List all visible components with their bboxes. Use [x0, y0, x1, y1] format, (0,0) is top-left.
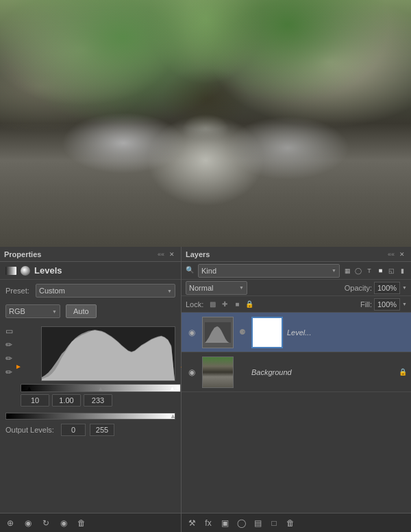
add-adjustment-icon[interactable]: ◯ — [235, 517, 247, 529]
layers-panel: Layers «« ✕ 🔍 Kind ▼ ▦ ◯ T ◽ ◱ ▮ — [182, 247, 411, 532]
add-layer-icon[interactable]: ⊕ — [4, 517, 16, 529]
channel-select[interactable]: RGB ▼ — [5, 304, 60, 318]
link-icon-levels[interactable]: ⚈ — [238, 328, 247, 337]
black-point-eyedropper-icon[interactable]: ✏ — [5, 340, 15, 350]
lock-icons-group: ▩ ✚ ■ 🔒 — [208, 300, 254, 309]
background-thumb — [202, 356, 234, 388]
output-black-input[interactable] — [61, 424, 86, 436]
layer-item-levels[interactable]: ◉ ⚈ Level... — [182, 313, 411, 352]
lock-pixels-icon[interactable]: ▩ — [208, 300, 217, 309]
output-white-handle[interactable]: ▲ — [170, 412, 177, 420]
lock-position-icon[interactable]: ✚ — [220, 300, 229, 309]
lock-label: Lock: — [186, 300, 203, 309]
filter-type-icons: ▦ ◯ T ◽ ◱ ▮ — [342, 266, 407, 276]
lock-artboard-icon[interactable]: ■ — [232, 300, 242, 309]
levels-thumb-svg — [205, 322, 231, 343]
close-layers-icon[interactable]: ✕ — [397, 250, 407, 259]
type-filter-icon[interactable]: T — [364, 266, 374, 276]
levels-thumb — [202, 317, 234, 348]
midtone-slider-handle[interactable]: ▲ — [97, 385, 104, 392]
opacity-control: Opacity: 100% ▼ — [345, 282, 407, 294]
opacity-chevron: ▼ — [402, 285, 407, 290]
output-levels-label: Output Levels: — [5, 426, 57, 434]
visibility-toggle-icon[interactable]: ◉ — [22, 517, 34, 529]
input-levels-row — [21, 392, 181, 409]
close-properties-icon[interactable]: ✕ — [167, 250, 177, 259]
preset-value: Custom — [39, 287, 65, 295]
white-slider-handle[interactable]: ▲ — [169, 385, 175, 392]
gray-point-eyedropper-icon[interactable]: ✏ — [5, 354, 15, 363]
collapse-icon[interactable]: «« — [158, 251, 164, 258]
filter-kind-select[interactable]: Kind ▼ — [198, 264, 340, 278]
add-group-icon[interactable]: ▤ — [251, 517, 264, 529]
orange-arrow-left-icon: ► — [15, 363, 22, 370]
lock-all-icon[interactable]: 🔒 — [245, 300, 254, 309]
layers-header-icons: «« ✕ — [388, 250, 407, 259]
link-layers-icon[interactable]: ⚒ — [186, 517, 198, 529]
fill-control: Fill: 100% ▼ — [360, 298, 407, 311]
levels-title: Levels — [34, 265, 62, 276]
background-thumb-image — [203, 357, 233, 387]
levels-histogram-icon — [5, 267, 16, 275]
blend-mode-value: Normal — [189, 284, 213, 292]
layers-panel-title: Layers — [186, 250, 210, 258]
output-gradient-slider[interactable]: ▲ ▲ — [5, 413, 175, 420]
fill-chevron: ▼ — [402, 302, 407, 306]
output-white-input[interactable] — [90, 424, 114, 436]
layer-visibility-levels[interactable]: ◉ — [186, 326, 198, 339]
layer-visibility-background[interactable]: ◉ — [186, 366, 198, 378]
preview-icon[interactable]: ◉ — [58, 517, 70, 529]
preset-chevron: ▼ — [167, 289, 172, 293]
layers-filter-row: 🔍 Kind ▼ ▦ ◯ T ◽ ◱ ▮ — [182, 262, 411, 280]
opacity-value[interactable]: 100% — [374, 282, 400, 294]
blend-mode-chevron: ▼ — [239, 285, 244, 290]
black-slider-handle[interactable]: ▲ — [26, 385, 33, 392]
white-point-eyedropper-icon[interactable]: ✏ — [5, 367, 15, 377]
filter-toggle-switch[interactable]: ▮ — [397, 266, 407, 276]
white-input[interactable] — [84, 394, 112, 407]
pixel-filter-icon[interactable]: ▦ — [342, 266, 352, 276]
smart-filter-icon[interactable]: ◱ — [386, 266, 396, 276]
output-black-handle[interactable]: ▲ — [5, 412, 12, 420]
layers-panel-header: Layers «« ✕ — [182, 247, 411, 262]
auto-button[interactable]: Auto — [66, 304, 97, 318]
preset-label: Preset: — [5, 287, 32, 295]
layer-item-background[interactable]: ◉ Background 🔒 — [182, 352, 411, 392]
layers-collapse-icon[interactable]: «« — [388, 251, 395, 258]
levels-layer-name: Level... — [287, 328, 407, 337]
photo-canvas — [0, 0, 411, 247]
layers-toolbar: ⚒ fx ▣ ◯ ▤ □ 🗑 — [182, 513, 411, 532]
layers-empty-area — [182, 392, 411, 513]
fx-icon[interactable]: fx — [202, 517, 214, 529]
histogram-section: ▭ ✏ ✏ ✏ ► ◀ — [0, 321, 181, 411]
properties-header-icons: «« ✕ — [158, 250, 177, 259]
preset-row: Preset: Custom ▼ — [0, 280, 181, 302]
panels-area: Properties «« ✕ Levels Preset: Custom ▼ … — [0, 247, 411, 532]
adjustment-filter-icon[interactable]: ◯ — [353, 266, 363, 276]
channel-value: RGB — [9, 307, 25, 315]
adjustment-circle-icon — [21, 266, 30, 276]
input-slider[interactable]: ▲ ▲ ▲ — [21, 384, 181, 392]
sample-all-eyedropper-icon[interactable]: ▭ — [5, 326, 15, 336]
search-icon: 🔍 — [186, 266, 195, 276]
reset-icon[interactable]: ↻ — [40, 517, 52, 529]
blend-opacity-row: Normal ▼ Opacity: 100% ▼ — [182, 280, 411, 296]
add-mask-icon[interactable]: ▣ — [219, 517, 231, 529]
filter-kind-value: Kind — [201, 267, 216, 275]
delete-icon[interactable]: 🗑 — [75, 517, 88, 529]
new-layer-icon[interactable]: □ — [268, 517, 280, 529]
properties-panel-header: Properties «« ✕ — [0, 247, 181, 262]
opacity-label: Opacity: — [345, 284, 372, 292]
background-lock-icon: 🔒 — [399, 368, 407, 376]
fill-label: Fill: — [360, 300, 372, 309]
fill-value[interactable]: 100% — [374, 298, 400, 311]
blend-mode-select[interactable]: Normal ▼ — [186, 281, 247, 295]
delete-layer-icon[interactable]: 🗑 — [284, 517, 297, 529]
prop-title-bar: Levels — [0, 262, 181, 280]
main-image-area — [0, 0, 411, 247]
preset-select[interactable]: Custom ▼ — [36, 284, 175, 298]
midtone-input[interactable] — [52, 394, 81, 407]
properties-toolbar: ⊕ ◉ ↻ ◉ 🗑 — [0, 513, 181, 532]
shape-filter-icon[interactable]: ◽ — [375, 266, 385, 276]
black-input[interactable] — [21, 394, 49, 407]
